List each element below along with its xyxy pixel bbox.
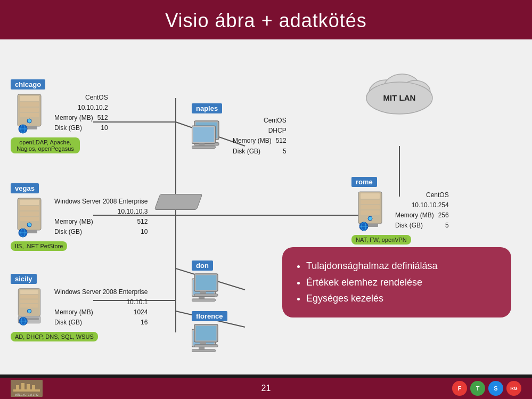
chicago-label: chicago [11,79,45,89]
switch-device [154,194,203,210]
svg-rect-55 [194,294,218,297]
cloud-svg: MIT LAN [362,69,437,117]
svg-point-24 [27,223,31,227]
svg-rect-30 [20,290,38,295]
rg-icon: RG [506,381,521,396]
svg-rect-45 [193,127,214,142]
svg-rect-21 [20,206,39,210]
footer-icons: F T S RG [452,381,521,396]
svg-rect-63 [194,345,218,347]
sicily-badge: AD, DHCP, DNS, SQL, WSUS [11,332,98,341]
sicily-label: sicily [11,274,37,284]
svg-rect-22 [20,211,39,216]
chicago-data: CentOS 10.10.10.2 Memory (MB)512 Disk (G… [52,93,108,134]
info-bullet-1: Tulajdonsághalmaz definiálása [306,258,498,274]
mit-lan-cloud: MIT LAN [362,69,437,117]
slide-title: Visio ábra + adatkötés [11,10,521,32]
svg-rect-61 [196,326,217,341]
naples-node: naples CentOS [192,103,287,157]
rome-node: rome CentOS 10.10.10. [351,177,449,245]
f-icon: F [452,381,467,396]
svg-rect-59 [192,349,215,352]
chicago-node: chicago CentO [11,79,108,153]
svg-rect-68 [361,210,380,215]
svg-rect-62 [200,342,206,345]
svg-rect-53 [196,275,217,290]
svg-rect-10 [20,96,39,101]
vegas-label: vegas [11,183,39,193]
svg-point-34 [27,309,31,313]
vegas-data: Windows Server 2008 Enterprise 10.10.10.… [52,197,148,238]
svg-rect-85 [32,385,35,392]
sicily-server-icon [11,286,48,329]
info-box: Tulajdonsághalmaz definiálása Értékek el… [282,247,511,317]
logo-svg: MŰEGYETEM 1782 [11,380,43,397]
svg-rect-32 [20,299,38,303]
svg-rect-20 [20,200,39,205]
sicily-node: sicily Wind [11,274,148,341]
footer: MŰEGYETEM 1782 21 F T S RG [0,378,532,399]
svg-rect-50 [199,296,204,299]
rome-server-icon [351,189,389,232]
svg-rect-83 [21,383,24,392]
svg-point-69 [368,216,372,221]
svg-point-14 [27,119,31,123]
naples-label: naples [192,103,222,113]
naples-pc-icon [192,120,226,152]
content-area: chicago CentO [0,39,532,374]
naples-data: CentOS DHCP Memory (MB)512 Disk (GB)5 [231,116,287,157]
florence-pc-icon [192,323,226,355]
svg-rect-11 [20,102,39,107]
chicago-badge: openLDAP, Apache, Nagios, openPegasus [11,137,80,153]
svg-rect-12 [20,108,39,112]
florence-node: florence [192,311,227,357]
svg-rect-54 [200,291,206,294]
info-bullet-2: Értékek elemhez rendelése [306,274,498,291]
don-label: don [192,260,213,271]
s-icon: S [488,381,503,396]
don-node: don [192,260,226,307]
don-pc-icon [192,273,226,305]
university-logo: MŰEGYETEM 1782 [11,380,43,397]
svg-rect-66 [361,200,380,204]
info-bullet-3: Egységes kezelés [306,290,498,307]
svg-rect-84 [27,384,30,392]
svg-rect-51 [192,299,215,302]
svg-text:MIT LAN: MIT LAN [383,93,416,102]
svg-rect-82 [16,385,19,392]
svg-text:MŰEGYETEM 1782: MŰEGYETEM 1782 [15,393,39,396]
vegas-badge: IIS, .NET PetStore [11,241,67,251]
svg-rect-58 [199,347,204,349]
svg-rect-46 [199,144,204,146]
florence-label: florence [192,311,227,321]
svg-rect-47 [192,146,215,149]
chicago-server-icon [11,92,48,134]
rome-badge: NAT, FW, openVPN [351,235,411,245]
sicily-data: Windows Server 2008 Enterprise 10.10.1 M… [52,287,148,328]
svg-rect-33 [20,304,38,308]
svg-rect-23 [20,217,39,221]
page-number: 21 [261,384,271,393]
slide: Visio ábra + adatkötés [0,0,532,399]
svg-rect-67 [361,205,380,209]
vegas-node: vegas Windows Server 2008 Enterpr [11,183,148,251]
header: Visio ábra + adatkötés [0,0,532,39]
svg-rect-13 [20,113,39,117]
svg-rect-65 [361,193,380,199]
rome-label: rome [351,177,377,187]
vegas-server-icon [11,196,48,238]
svg-rect-31 [20,295,38,299]
rome-data: CentOS 10.10.10.254 Memory (MB)256 Disk … [393,190,449,231]
t-icon: T [470,381,485,396]
